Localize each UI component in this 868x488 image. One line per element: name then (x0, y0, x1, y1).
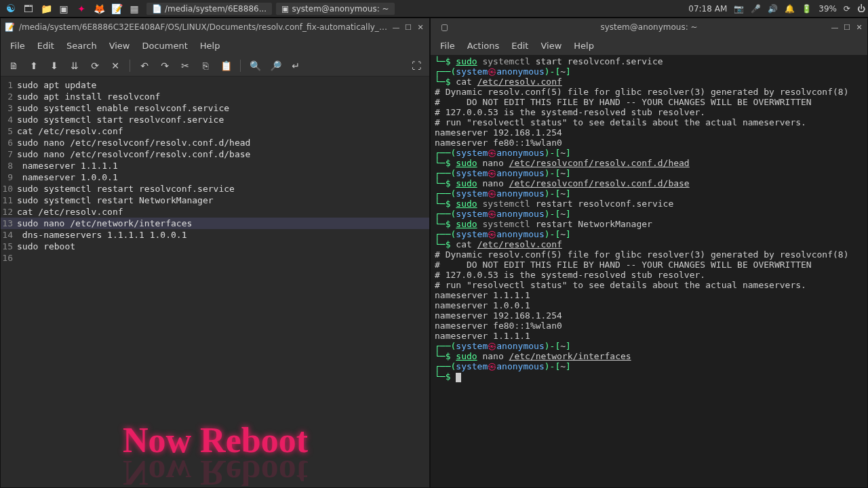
camera-icon[interactable]: 📷 (734, 4, 744, 14)
menu-edit[interactable]: Edit (506, 39, 534, 53)
menu-file[interactable]: File (435, 39, 460, 53)
editor-line[interactable]: 6sudo nano /etc/resolvconf/resolv.conf.d… (1, 137, 429, 148)
menu-help[interactable]: Help (568, 39, 599, 53)
editor-line[interactable]: 11sudo systemctl restart NetworkManager (1, 195, 429, 206)
terminal-titlebar[interactable]: ▢ system@anonymous: ~ — ☐ ✕ (431, 18, 867, 36)
save-as-icon[interactable]: ⇊ (67, 58, 82, 73)
line-number: 8 (1, 160, 17, 171)
refresh-icon[interactable]: ⟳ (844, 4, 850, 14)
editor-line[interactable]: 12cat /etc/resolv.conf (1, 206, 429, 218)
fullscreen-icon[interactable]: ⛶ (409, 58, 424, 73)
terminal-output: # 127.0.0.53 is the systemd-resolved stu… (435, 107, 863, 117)
document-icon: 📄 (152, 4, 162, 14)
editor-line[interactable]: 4sudo systemctl start resolvconf.service (1, 114, 429, 125)
line-number: 7 (1, 148, 17, 160)
terminal-window: ▢ system@anonymous: ~ — ☐ ✕ FileActionsE… (430, 18, 868, 488)
maximize-button[interactable]: ☐ (403, 22, 413, 32)
terminal-output: # DO NOT EDIT THIS FILE BY HAND -- YOUR … (435, 97, 863, 107)
open-file-icon[interactable]: ⬆ (26, 58, 41, 73)
line-content: nameserver 1.1.1.1 (17, 160, 118, 171)
prompt-command: └─$ sudo nano /etc/network/interfaces (435, 351, 863, 361)
terminal-launcher-icon[interactable]: ▣ (56, 2, 72, 16)
line-content: cat /etc/resolv.conf (17, 206, 123, 218)
line-content: sudo nano /etc/resolvconf/resolv.conf.d/… (17, 148, 250, 160)
editor-line[interactable]: 5cat /etc/resolv.conf (1, 125, 429, 137)
line-content: sudo systemctl restart resolvconf.servic… (17, 183, 235, 195)
taskbar-task-editor[interactable]: 📄 /media/system/6E8886... (146, 3, 272, 15)
line-number: 9 (1, 171, 17, 183)
terminal-output: # 127.0.0.53 is the systemd-resolved stu… (435, 270, 863, 280)
firefox-icon[interactable]: 🦊 (91, 2, 107, 16)
terminal-output: # run "resolvectl status" to see details… (435, 117, 863, 127)
editor-launcher-icon[interactable]: 📝 (108, 2, 125, 16)
minimize-button[interactable]: — (830, 22, 840, 32)
terminal-tab-icon[interactable]: ▢ (441, 22, 448, 32)
save-file-icon[interactable]: ⬇ (47, 58, 62, 73)
editor-line[interactable]: 2sudo apt install resolvconf (1, 91, 429, 102)
editor-line[interactable]: 9 nameserver 1.0.0.1 (1, 171, 429, 183)
editor-line[interactable]: 15sudo reboot (1, 241, 429, 252)
paste-icon[interactable]: 📋 (218, 58, 233, 73)
line-content: sudo systemctl enable resolvconf.service (17, 102, 229, 114)
new-file-icon[interactable]: 🗎 (6, 58, 21, 73)
editor-line[interactable]: 7sudo nano /etc/resolvconf/resolv.conf.d… (1, 148, 429, 160)
line-number: 16 (1, 252, 17, 264)
editor-line[interactable]: 10sudo systemctl restart resolvconf.serv… (1, 183, 429, 195)
cut-icon[interactable]: ✂ (178, 58, 193, 73)
redo-icon[interactable]: ↷ (157, 58, 172, 73)
menu-help[interactable]: Help (195, 39, 226, 53)
menu-view[interactable]: View (535, 39, 567, 53)
menu-search[interactable]: Search (61, 39, 102, 53)
clock[interactable]: 07:18 AM (688, 4, 727, 14)
battery-icon[interactable]: 🔋 (802, 4, 812, 14)
prompt-command: └─$ sudo systemctl start resolvconf.serv… (435, 56, 863, 66)
menu-document[interactable]: Document (136, 39, 193, 53)
editor-toolbar: 🗎 ⬆ ⬇ ⇊ ⟳ ✕ ↶ ↷ ✂ ⎘ 📋 🔍 🔎 ↵ ⛶ (1, 55, 429, 77)
undo-icon[interactable]: ↶ (137, 58, 152, 73)
app-menu-icon[interactable]: ☯ (3, 2, 19, 16)
cursor (456, 373, 461, 382)
terminal-body[interactable]: └─$ sudo systemctl start resolvconf.serv… (431, 55, 867, 487)
menu-actions[interactable]: Actions (462, 39, 505, 53)
terminal-menubar: FileActionsEditViewHelp (431, 36, 867, 55)
prompt-command: └─$ (435, 371, 863, 382)
search-icon[interactable]: 🔍 (248, 58, 262, 73)
close-button[interactable]: ✕ (416, 22, 425, 32)
desktop-icon[interactable]: 🗔 (20, 2, 37, 16)
taskbar-task-terminal[interactable]: ▣ system@anonymous: ~ (276, 3, 395, 15)
prompt-command: └─$ cat /etc/resolv.conf (435, 239, 863, 249)
power-icon[interactable]: ⏻ (857, 4, 865, 14)
editor-line[interactable]: 3sudo systemctl enable resolvconf.servic… (1, 102, 429, 114)
editor-line[interactable]: 14 dns-nameservers 1.1.1.1 1.0.0.1 (1, 229, 429, 241)
separator (130, 60, 130, 72)
taskbar: ☯ 🗔 📁 ▣ ✦ 🦊 📝 ▦ 📄 /media/system/6E8886..… (0, 0, 868, 18)
menu-edit[interactable]: Edit (32, 39, 60, 53)
copy-icon[interactable]: ⎘ (198, 58, 213, 73)
menu-file[interactable]: File (5, 39, 31, 53)
editor-titlebar[interactable]: 📝 /media/system/6E8886C32EE408AF/OS/LINU… (1, 18, 429, 36)
editor-line[interactable]: 1sudo apt update (1, 79, 429, 91)
document-icon: 📝 (5, 22, 15, 32)
terminal-icon: ▣ (281, 4, 289, 14)
close-button[interactable]: ✕ (854, 22, 864, 32)
notification-icon[interactable]: 🔔 (785, 4, 795, 14)
search-replace-icon[interactable]: 🔎 (268, 58, 283, 73)
volume-icon[interactable]: 🔊 (768, 4, 778, 14)
line-number: 15 (1, 241, 17, 252)
editor-body[interactable]: 1sudo apt update2sudo apt install resolv… (1, 77, 429, 487)
app-icon[interactable]: ▦ (126, 2, 142, 16)
kali-icon[interactable]: ✦ (73, 2, 90, 16)
files-icon[interactable]: 📁 (38, 2, 54, 16)
maximize-button[interactable]: ☐ (842, 22, 852, 32)
reload-icon[interactable]: ⟳ (87, 58, 102, 73)
minimize-button[interactable]: — (391, 22, 401, 32)
line-content: sudo reboot (17, 241, 75, 252)
editor-line[interactable]: 16 (1, 252, 429, 264)
prompt-command: └─$ sudo systemctl restart NetworkManage… (435, 219, 863, 229)
microphone-icon[interactable]: 🎤 (751, 4, 761, 14)
editor-line[interactable]: 13sudo nano /etc/network/interfaces (1, 218, 429, 229)
menu-view[interactable]: View (104, 39, 136, 53)
editor-line[interactable]: 8 nameserver 1.1.1.1 (1, 160, 429, 171)
goto-icon[interactable]: ↵ (288, 58, 303, 73)
close-file-icon[interactable]: ✕ (108, 58, 123, 73)
